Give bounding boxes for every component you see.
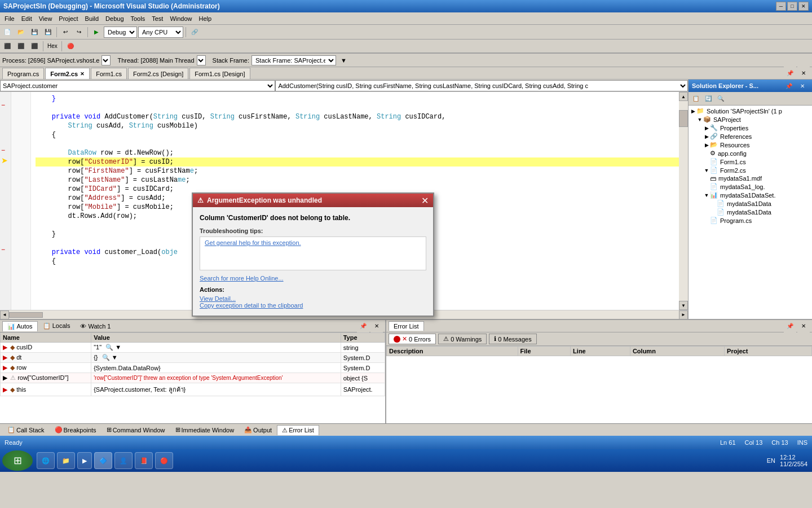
- menu-edit[interactable]: Edit: [18, 14, 36, 23]
- tab-autos[interactable]: 📊 Autos: [2, 321, 38, 331]
- dialog-view-detail-link[interactable]: View Detail...: [200, 295, 426, 302]
- stackframe-dropdown[interactable]: Stack Frame: SAProject.exelSAProject.cus: [251, 55, 336, 65]
- tab-form1-design[interactable]: Form1.cs [Design]: [189, 68, 250, 79]
- se-pin[interactable]: 📌: [783, 80, 795, 92]
- start-button[interactable]: ⊞: [2, 450, 33, 471]
- process-dropdown[interactable]: ▼: [102, 55, 111, 65]
- tree-solution[interactable]: ▶ 📁 Solution 'SAProjectSln' (1 p: [690, 107, 811, 115]
- close-editor-btn[interactable]: ✕: [797, 67, 810, 79]
- tab-locals[interactable]: 📋 Locals: [38, 321, 76, 331]
- scroll-down[interactable]: ▼: [679, 301, 688, 310]
- warnings-button[interactable]: ⚠ 0 Warnings: [438, 334, 487, 344]
- redo-btn[interactable]: ↪: [73, 26, 85, 38]
- hex-btn[interactable]: Hex: [46, 40, 59, 52]
- tab-form2-design[interactable]: Form2.cs [Design]: [128, 68, 188, 79]
- error-close[interactable]: ✕: [797, 320, 810, 332]
- se-search-btn[interactable]: 🔍: [714, 93, 727, 105]
- undo-btn[interactable]: ↩: [59, 26, 72, 38]
- tree-dataset-sub2[interactable]: ▶ 📄 mydataSa1Data: [690, 208, 811, 216]
- menu-project[interactable]: Project: [55, 14, 81, 23]
- taskbar-vs[interactable]: 🔷: [94, 452, 112, 469]
- tree-properties[interactable]: ▶ 🔧 Properties: [690, 124, 811, 132]
- pin-btn[interactable]: 📌: [784, 67, 796, 79]
- h-scroll-thumb[interactable]: [9, 312, 43, 318]
- open-btn[interactable]: 📂: [15, 26, 27, 38]
- se-close[interactable]: ✕: [796, 80, 809, 92]
- tree-programcs[interactable]: ▶ 📄 Program.cs: [690, 216, 811, 225]
- tree-appconfig[interactable]: ▶ ⚙ app.config: [690, 149, 811, 157]
- tab-error-list[interactable]: Error List: [389, 321, 424, 331]
- save-btn[interactable]: 💾: [28, 26, 41, 38]
- menu-view[interactable]: View: [36, 14, 56, 23]
- tab-program-cs[interactable]: Program.cs: [2, 68, 44, 79]
- dialog-copy-exception-link[interactable]: Copy exception detail to the clipboard: [200, 302, 426, 309]
- taskbar-person[interactable]: 👤: [114, 452, 133, 469]
- step-out-btn[interactable]: ⬛: [28, 40, 41, 52]
- new-project-btn[interactable]: 📄: [1, 26, 14, 38]
- menu-build[interactable]: Build: [82, 14, 102, 23]
- menu-tools[interactable]: Tools: [127, 14, 149, 23]
- menu-help[interactable]: Help: [196, 14, 215, 23]
- tab-breakpoints[interactable]: 🔴 Breakpoints: [50, 424, 102, 435]
- tab-error-list-bottom[interactable]: ⚠ Error List: [277, 425, 319, 435]
- platform-dropdown[interactable]: Any CPU: [138, 27, 183, 38]
- thread-dropdown[interactable]: ▼: [197, 55, 206, 65]
- error-pin[interactable]: 📌: [784, 320, 796, 332]
- method-selector[interactable]: AddCustomer(String cusID, String cusFirs…: [275, 80, 688, 91]
- menu-test[interactable]: Test: [148, 14, 166, 23]
- config-dropdown[interactable]: Debug: [104, 27, 137, 38]
- tab-watch1[interactable]: 👁 Watch 1: [75, 321, 116, 331]
- tree-form1cs[interactable]: ▶ 📄 Form1.cs: [690, 157, 811, 166]
- tree-form2cs[interactable]: ▼ 📄 Form2.cs: [690, 166, 811, 174]
- taskbar-acrobat[interactable]: 📕: [135, 452, 153, 469]
- tab-command-window[interactable]: ⊞ Command Window: [102, 424, 170, 435]
- taskbar-folder[interactable]: 📁: [57, 452, 75, 469]
- tab-immediate-window[interactable]: ⊞ Immediate Window: [170, 424, 240, 435]
- menu-window[interactable]: Window: [166, 14, 195, 23]
- tree-saproject[interactable]: ▼ 📦 SAProject: [690, 115, 811, 124]
- se-properties-btn[interactable]: 📋: [690, 93, 702, 105]
- maximize-button[interactable]: □: [787, 2, 797, 11]
- menu-file[interactable]: File: [1, 14, 18, 23]
- minimize-button[interactable]: ─: [776, 2, 786, 11]
- class-selector[interactable]: SAProject.customer: [0, 80, 275, 91]
- messages-button[interactable]: ℹ 0 Messages: [489, 334, 536, 344]
- tree-resources[interactable]: ▶ 📂 Resources: [690, 141, 811, 149]
- code-scrollbar[interactable]: ▲ ▼: [679, 92, 688, 310]
- start-btn[interactable]: ▶: [90, 26, 103, 38]
- taskbar-ie[interactable]: 🌐: [37, 452, 55, 469]
- tab-form2-close[interactable]: ✕: [80, 71, 85, 77]
- taskbar-media[interactable]: ▶: [77, 452, 92, 469]
- tree-dataset-sub1[interactable]: ▶ 📄 mydataSa1Data: [690, 199, 811, 208]
- tree-references[interactable]: ▶ 🔗 References: [690, 132, 811, 141]
- scroll-right[interactable]: ►: [679, 310, 688, 319]
- tree-mdf[interactable]: ▶ 🗃 mydataSa1.mdf: [690, 174, 811, 182]
- dialog-close-button[interactable]: ✕: [421, 195, 429, 206]
- tab-form2-cs[interactable]: Form2.cs ✕: [45, 68, 90, 79]
- taskbar-red[interactable]: 🔴: [155, 452, 173, 469]
- se-refresh-btn[interactable]: 🔄: [702, 93, 714, 105]
- scroll-up[interactable]: ▲: [679, 92, 688, 101]
- save-all-btn[interactable]: 💾: [42, 26, 54, 38]
- autos-close[interactable]: ✕: [370, 320, 383, 332]
- scroll-track[interactable]: [679, 127, 688, 301]
- scroll-left[interactable]: ◄: [0, 310, 9, 319]
- step-into-btn[interactable]: ⬛: [15, 40, 27, 52]
- menu-debug[interactable]: Debug: [102, 14, 127, 23]
- close-button[interactable]: ✕: [798, 2, 809, 11]
- breakpoint-btn[interactable]: 🔴: [64, 40, 77, 52]
- step-over-btn[interactable]: ⬛: [1, 40, 14, 52]
- autos-pin[interactable]: 📌: [357, 320, 369, 332]
- dialog-tip1-link[interactable]: Get general help for this exception.: [205, 239, 421, 246]
- tree-log[interactable]: ▶ 📄 mydataSa1_log.: [690, 182, 811, 191]
- scroll-thumb[interactable]: [679, 110, 688, 127]
- tab-output[interactable]: 📤 Output: [239, 424, 277, 435]
- tab-form1-cs[interactable]: Form1.cs: [91, 68, 127, 79]
- tab-call-stack[interactable]: 📋 Call Stack: [2, 424, 50, 435]
- attach-btn[interactable]: 🔗: [188, 26, 201, 38]
- dialog-search-link[interactable]: Search for more Help Online...: [200, 275, 426, 282]
- code-nav-bar: SAProject.customer AddCustomer(String cu…: [0, 80, 688, 92]
- exception-dialog: ⚠ ArgumentException was unhandled ✕ Colu…: [192, 192, 434, 317]
- errors-button[interactable]: ✕ 0 Errors: [389, 334, 436, 344]
- tree-dataset[interactable]: ▼ 📊 mydataSa1DataSet.: [690, 191, 811, 199]
